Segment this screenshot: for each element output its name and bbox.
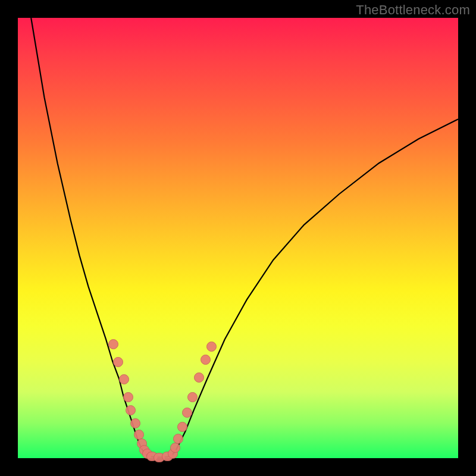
marker-point bbox=[177, 422, 187, 432]
watermark-text: TheBottleneck.com bbox=[356, 2, 470, 18]
marker-point bbox=[187, 392, 198, 402]
chart-frame: TheBottleneck.com bbox=[0, 0, 476, 476]
marker-point bbox=[206, 342, 217, 352]
curve-left-branch bbox=[31, 18, 145, 454]
marker-point bbox=[113, 357, 123, 367]
marker-point bbox=[123, 392, 133, 402]
curve-svg bbox=[18, 18, 458, 458]
marker-point bbox=[201, 355, 211, 365]
plot-area bbox=[18, 18, 458, 458]
curve-right-branch bbox=[172, 119, 458, 455]
marker-point bbox=[130, 418, 140, 428]
marker-point bbox=[182, 408, 192, 418]
marker-point bbox=[194, 372, 204, 383]
marker-point bbox=[170, 443, 180, 453]
